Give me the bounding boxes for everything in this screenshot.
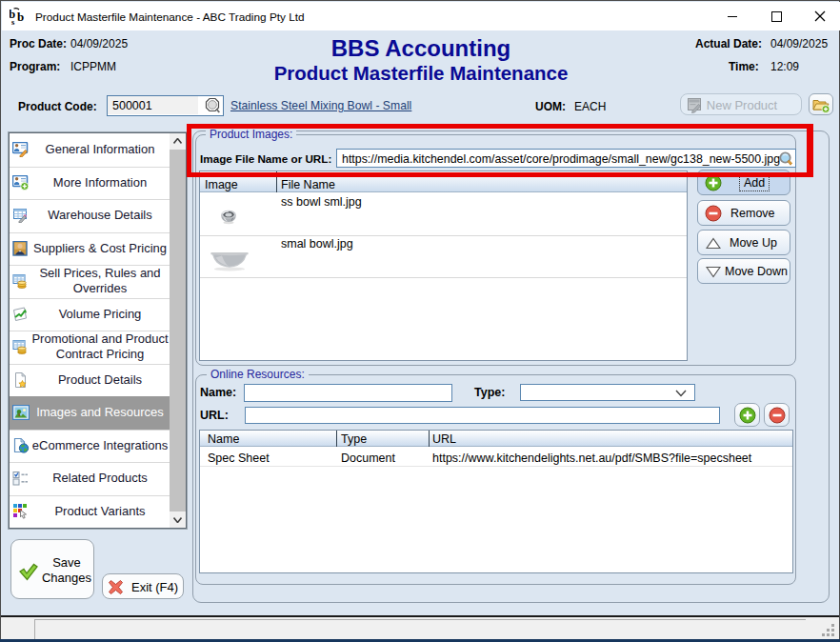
svg-text:b: b	[17, 10, 24, 24]
